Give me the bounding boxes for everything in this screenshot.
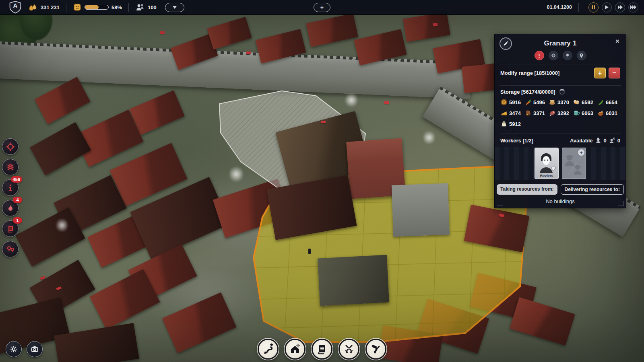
linked-buildings-empty: No buildings [500,198,620,204]
game-date: 01.04.1200 [547,4,572,10]
crest-letter: A [8,2,23,9]
tab-taking-resources[interactable]: Taking resources from: [497,184,557,195]
gold-readout: 331 231 [28,3,60,12]
bread-icon [549,99,556,106]
camera-icon [31,345,39,353]
meat-icon [549,109,556,117]
resource-carrot: 5496 [524,99,548,106]
storage-barrel-icon [559,88,566,95]
screenshot-button[interactable] [27,341,43,357]
add-worker-button[interactable]: + [578,149,584,156]
town-crest[interactable]: A [8,0,23,14]
map-smoke [345,92,357,109]
fastest-forward-button[interactable] [628,2,638,12]
sidebar-item-log[interactable]: 1 [2,220,19,237]
sidebar-item-layers[interactable] [2,159,19,175]
add-panel-button[interactable]: + [314,3,330,12]
happiness-readout: 58% [73,3,122,12]
storage-contents: 5916 5496 3370 6592 6654 [500,97,620,130]
resource-greens: 6654 [597,99,620,106]
notification-button[interactable] [563,51,572,60]
exclamation-icon [537,53,541,58]
modify-range-label: Modify range [185/1000] [500,70,559,76]
pencil-icon [503,41,508,46]
top-bar: A 331 231 58% 100 [0,0,644,15]
resource-value: 3474 [509,110,521,116]
tab-delivering-resources[interactable]: Delivering resources to: [561,184,624,195]
worker-card[interactable]: Birch Reviers [535,148,559,179]
hide-icon [524,109,532,117]
empty-worker-slot[interactable]: + [562,148,586,179]
road-plus-icon [262,343,274,355]
build-building-button[interactable] [285,339,305,360]
range-increase-button[interactable]: + [594,68,606,78]
resource-value: 5912 [509,121,521,127]
gear-icon [10,345,18,353]
sidebar-item-fire[interactable]: 4 [2,200,19,216]
map-flag [384,101,389,104]
population-dropdown[interactable] [165,3,184,12]
available-label: Available [570,138,593,144]
close-button[interactable]: × [614,37,621,46]
resource-grain: 5916 [500,99,524,106]
military-button[interactable] [339,339,359,360]
play-button[interactable] [602,2,612,12]
panel-corner-decoration [618,201,624,206]
divider [66,3,66,12]
play-icon [605,5,609,9]
gold-value: 331 231 [41,4,60,10]
grain-barrel-icon [500,99,508,106]
resource-value: 6592 [582,99,593,105]
fastest-forward-icon [630,5,636,9]
resource-milk: 6063 [573,109,596,117]
sidebar-item-target[interactable] [2,138,19,155]
worker-name: Birch Reviers [535,170,558,178]
info-icon [6,184,14,192]
left-toolbar: 456 4 1 [2,138,19,257]
divider [578,3,579,12]
locate-button[interactable] [577,51,586,60]
resource-meat: 3292 [549,109,572,117]
pause-button[interactable] [588,2,599,12]
population-icon [135,3,145,12]
map-flag [321,121,326,123]
map-building-warehouse [318,255,389,306]
rename-button[interactable] [500,37,512,50]
map-flag [246,51,251,54]
eggs-icon [573,99,580,106]
settings-small-button[interactable] [549,51,558,60]
target-icon [6,142,15,151]
range-decrease-button[interactable]: − [609,68,620,78]
storage-label: Storage [56174/80000] [500,89,555,95]
panel-title: Granary 1 [544,39,576,47]
happiness-bar [85,5,109,10]
mug-icon [573,109,580,117]
sidebar-item-info[interactable]: 456 [2,179,19,196]
panel-corner-decoration [497,201,503,206]
log-badge: 1 [13,217,22,224]
resource-cheese: 3474 [500,109,524,117]
map-pins-icon [6,245,15,254]
fast-forward-button[interactable] [615,2,625,12]
build-road-button[interactable] [258,339,279,360]
sidebar-item-routes[interactable] [2,241,19,257]
info-badge: 456 [11,176,22,183]
settings-button[interactable] [6,341,22,357]
resource-value: 6063 [582,110,593,116]
happiness-mask-icon [73,3,82,12]
resource-hide: 3371 [524,109,548,117]
document-icon [6,225,14,233]
divider [128,3,129,12]
greens-icon [597,99,604,106]
reports-button[interactable] [312,339,332,360]
map-smoke [229,165,243,183]
build-toolbar [258,339,386,360]
available-laborer-count: 0 [617,138,620,144]
alert-button[interactable] [535,51,544,60]
worker-slots: Birch Reviers + [495,147,626,180]
gear-icon [551,53,556,58]
carrot-icon [524,99,532,106]
population-readout: 100 [135,3,184,12]
resource-value: 5496 [533,99,545,105]
crafting-button[interactable] [365,339,386,360]
